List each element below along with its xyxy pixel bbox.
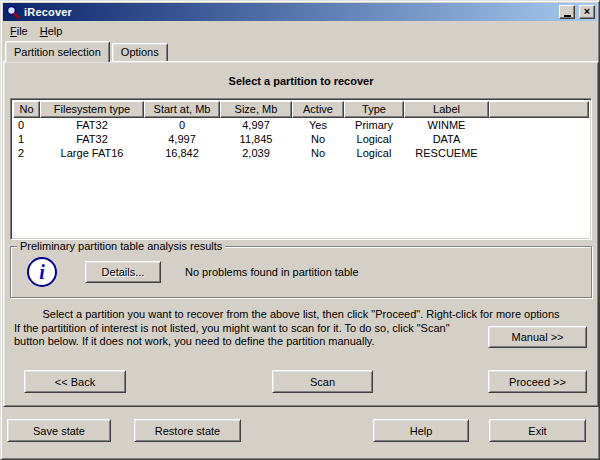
scan-button[interactable]: Scan xyxy=(272,370,373,393)
close-icon: × xyxy=(584,6,590,17)
column-header-filler xyxy=(489,101,589,118)
app-window: iRecover × File Help Partition selection… xyxy=(0,0,600,460)
cell-active: No xyxy=(292,132,344,146)
magnifier-icon xyxy=(6,5,20,19)
partition-selection-panel: Select a partition to recover No Filesys… xyxy=(3,61,599,407)
column-header-size[interactable]: Size, Mb xyxy=(220,101,292,118)
analysis-result-text: No problems found in partition table xyxy=(185,266,359,278)
menu-help[interactable]: Help xyxy=(34,23,69,39)
cell-size: 2,039 xyxy=(220,146,292,160)
instruction-line1: Select a partition you want to recover f… xyxy=(4,308,598,320)
cell-no: 1 xyxy=(13,132,40,146)
column-header-label[interactable]: Label xyxy=(404,101,489,118)
menu-file[interactable]: File xyxy=(4,23,34,39)
cell-start: 4,997 xyxy=(144,132,220,146)
app-icon[interactable] xyxy=(5,5,21,19)
cell-label: DATA xyxy=(404,132,489,146)
page-title: Select a partition to recover xyxy=(4,75,598,87)
cell-type: Logical xyxy=(344,146,404,160)
back-button[interactable]: << Back xyxy=(24,370,126,393)
exit-button[interactable]: Exit xyxy=(489,419,586,442)
column-header-type[interactable]: Type xyxy=(344,101,404,118)
partition-list-header: No Filesystem type Start at, Mb Size, Mb… xyxy=(13,101,589,118)
instruction-line2: If the partitition of interest is not li… xyxy=(14,322,482,348)
cell-active: No xyxy=(292,146,344,160)
details-button[interactable]: Details... xyxy=(85,261,161,283)
info-icon: i xyxy=(27,257,57,287)
window-inner: iRecover × File Help Partition selection… xyxy=(3,3,597,457)
cell-type: Primary xyxy=(344,118,404,132)
cell-filesystem: FAT32 xyxy=(40,118,144,132)
table-row[interactable]: 2 Large FAT16 16,842 2,039 No Logical RE… xyxy=(13,146,589,160)
cell-label: RESCUEME xyxy=(404,146,489,160)
column-header-filesystem[interactable]: Filesystem type xyxy=(40,101,144,118)
restore-state-button[interactable]: Restore state xyxy=(134,419,241,442)
cell-filesystem: FAT32 xyxy=(40,132,144,146)
cell-filler xyxy=(489,132,589,146)
analysis-groupbox: Preliminary partition table analysis res… xyxy=(10,246,592,298)
save-state-button[interactable]: Save state xyxy=(7,419,111,442)
cell-active: Yes xyxy=(292,118,344,132)
cell-no: 0 xyxy=(13,118,40,132)
cell-filesystem: Large FAT16 xyxy=(40,146,144,160)
minimize-button[interactable] xyxy=(559,5,575,19)
table-row[interactable]: 1 FAT32 4,997 11,845 No Logical DATA xyxy=(13,132,589,146)
window-title: iRecover xyxy=(24,6,557,18)
cell-size: 4,997 xyxy=(220,118,292,132)
cell-start: 0 xyxy=(144,118,220,132)
analysis-content: i Details... No problems found in partit… xyxy=(11,247,591,297)
tab-strip: Partition selection Options xyxy=(3,40,597,61)
partition-list[interactable]: No Filesystem type Start at, Mb Size, Mb… xyxy=(10,98,592,240)
footer-bar: Save state Restore state Help Exit xyxy=(3,407,597,459)
column-header-start[interactable]: Start at, Mb xyxy=(144,101,220,118)
cell-start: 16,842 xyxy=(144,146,220,160)
cell-label: WINME xyxy=(404,118,489,132)
table-row[interactable]: 0 FAT32 0 4,997 Yes Primary WINME xyxy=(13,118,589,132)
cell-no: 2 xyxy=(13,146,40,160)
cell-filler xyxy=(489,118,589,132)
tab-partition-selection[interactable]: Partition selection xyxy=(5,41,110,62)
close-button[interactable]: × xyxy=(579,5,595,19)
help-button[interactable]: Help xyxy=(373,419,469,442)
column-header-active[interactable]: Active xyxy=(292,101,344,118)
proceed-button[interactable]: Proceed >> xyxy=(488,370,587,393)
cell-filler xyxy=(489,146,589,160)
cell-size: 11,845 xyxy=(220,132,292,146)
analysis-legend: Preliminary partition table analysis res… xyxy=(17,240,225,253)
cell-type: Logical xyxy=(344,132,404,146)
column-header-no[interactable]: No xyxy=(13,101,40,118)
tab-options[interactable]: Options xyxy=(112,43,168,61)
manual-button[interactable]: Manual >> xyxy=(488,326,587,348)
minimize-icon xyxy=(564,15,571,17)
menu-bar: File Help xyxy=(3,21,597,40)
titlebar[interactable]: iRecover × xyxy=(3,3,597,21)
